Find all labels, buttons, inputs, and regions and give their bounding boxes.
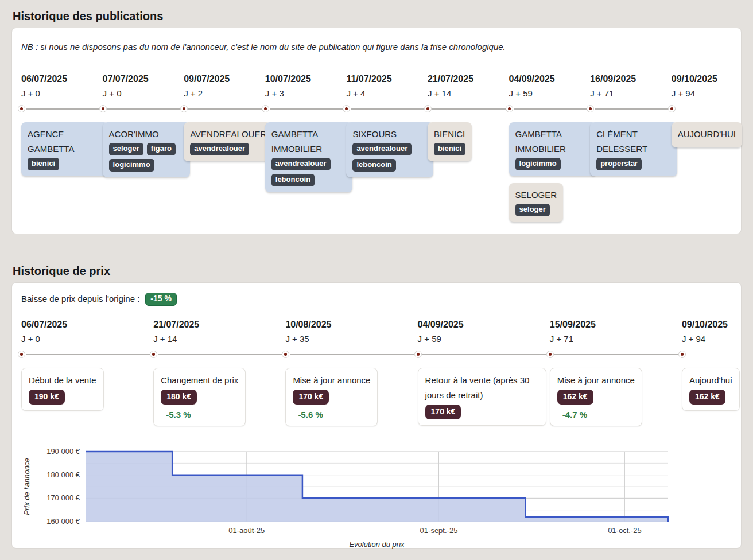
timeline-column: 06/07/2025J + 0Début de la vente190 k€ xyxy=(21,320,153,426)
site-tag: logicimmo xyxy=(515,158,561,170)
timeline-dot xyxy=(424,105,432,112)
price-event-label: Mise à jour annonce xyxy=(293,373,370,388)
price-badge: 162 k€ xyxy=(689,390,725,405)
price-badge: 180 k€ xyxy=(161,390,197,405)
publications-title: Historique des publications xyxy=(0,0,753,23)
timeline-column: 10/07/2025J + 3GAMBETTA IMMOBILIERavendr… xyxy=(265,74,347,222)
price-badge: 162 k€ xyxy=(557,390,593,405)
site-tag: logicimmo xyxy=(109,159,154,172)
site-tag-row: bienici xyxy=(28,158,102,170)
timeline-dot-row xyxy=(184,105,265,113)
publications-note: NB : si nous ne disposons pas du nom de … xyxy=(21,41,732,53)
site-tag: avendrealouer xyxy=(352,143,412,155)
publisher-name: ACOR'IMMO xyxy=(109,127,184,142)
prices-section: Historique de prix Baisse de prix depuis… xyxy=(0,234,753,549)
publication-card: SIXFOURSavendrealouerleboncoin xyxy=(346,122,433,177)
timeline-dot-row xyxy=(103,105,184,113)
timeline-dot-row xyxy=(428,105,509,113)
price-delta: -5.6 % xyxy=(298,410,370,420)
site-tag: properstar xyxy=(596,158,642,170)
timeline-dot-row xyxy=(418,351,550,359)
price-badge: 170 k€ xyxy=(293,390,329,405)
timeline-line-segment xyxy=(107,108,188,110)
y-tick-label: 160 000 € xyxy=(46,517,80,526)
timeline-column: 09/10/2025J + 94Aujourd'hui162 k€ xyxy=(682,320,739,426)
timeline-dot xyxy=(18,105,25,112)
event-day-offset: J + 0 xyxy=(103,88,184,99)
publications-section: Historique des publications NB : si nous… xyxy=(0,0,753,234)
event-date: 04/09/2025 xyxy=(418,320,550,330)
price-drop-label: Baisse de prix depuis l'origine : xyxy=(21,292,139,306)
timeline-line-segment xyxy=(595,108,676,110)
timeline-column: 15/09/2025J + 71Mise à jour annonce162 k… xyxy=(550,320,682,426)
price-delta: -4.7 % xyxy=(562,410,635,420)
publisher-name: BIENICI xyxy=(434,127,465,142)
timeline-dot xyxy=(262,105,269,112)
site-tag-row: seloger xyxy=(515,204,557,216)
timeline-dot-row xyxy=(285,351,417,359)
timeline-line-segment xyxy=(290,354,421,355)
site-tag: seloger xyxy=(515,204,550,216)
publications-panel: NB : si nous ne disposons pas du nom de … xyxy=(11,28,742,234)
publication-cards: GAMBETTA IMMOBILIERavendrealouerleboncoi… xyxy=(265,122,347,192)
event-date: 10/07/2025 xyxy=(265,74,347,84)
event-day-offset: J + 94 xyxy=(672,88,735,99)
site-tag: avendrealouer xyxy=(271,158,331,170)
timeline-column: 10/08/2025J + 35Mise à jour annonce170 k… xyxy=(285,320,417,426)
timeline-column: 21/07/2025J + 14BIENICIbienici xyxy=(428,74,509,222)
timeline-column: 09/10/2025J + 94AUJOURD'HUI xyxy=(672,74,735,222)
site-tag-row: logicimmo xyxy=(515,158,590,170)
price-event-card: Mise à jour annonce162 k€-4.7 % xyxy=(550,368,642,426)
timeline-column: 09/07/2025J + 2AVENDREALOUERavendrealoue… xyxy=(184,74,265,222)
publication-cards: AUJOURD'HUI xyxy=(672,122,735,147)
publications-timeline: 06/07/2025J + 0AGENCE GAMBETTAbienici07/… xyxy=(21,74,732,222)
price-event-card: Aujourd'hui162 k€ xyxy=(682,368,740,411)
timeline-dot-row xyxy=(265,105,347,113)
x-axis-label: Evolution du prix xyxy=(349,540,405,549)
timeline-dot xyxy=(282,351,289,358)
prices-panel: Baisse de prix depuis l'origine : -15 % … xyxy=(11,282,742,549)
y-axis-label: Prix de l'annonce xyxy=(22,458,31,515)
timeline-line-segment xyxy=(26,354,157,355)
y-tick-label: 170 000 € xyxy=(46,493,80,502)
site-tag: leboncoin xyxy=(271,174,315,186)
timeline-column: 11/07/2025J + 4SIXFOURSavendrealouerlebo… xyxy=(346,74,428,222)
publication-card: AGENCE GAMBETTAbienici xyxy=(21,122,108,176)
prices-timeline: 06/07/2025J + 0Début de la vente190 k€21… xyxy=(21,320,732,426)
site-tag: bienici xyxy=(28,158,59,170)
event-date: 09/07/2025 xyxy=(184,74,265,84)
event-day-offset: J + 14 xyxy=(428,88,509,99)
publisher-name: AGENCE GAMBETTA xyxy=(28,127,102,157)
event-date: 09/10/2025 xyxy=(672,74,735,84)
site-tag: leboncoin xyxy=(352,159,395,172)
timeline-column: 07/07/2025J + 0ACOR'IMMOselogerfigarolog… xyxy=(103,74,184,222)
prices-title: Historique de prix xyxy=(0,234,753,278)
event-day-offset: J + 2 xyxy=(184,88,265,99)
publication-card: GAMBETTA IMMOBILIERlogicimmo xyxy=(509,122,596,176)
site-tag: bienici xyxy=(434,143,465,155)
timeline-dot-row xyxy=(153,351,285,359)
event-date: 10/08/2025 xyxy=(285,320,417,330)
timeline-dot-row xyxy=(550,351,682,359)
event-day-offset: J + 0 xyxy=(21,88,103,99)
timeline-dot xyxy=(18,351,25,358)
timeline-dot-row xyxy=(21,351,153,359)
price-event-cards: Début de la vente190 k€ xyxy=(21,368,153,411)
timeline-dot xyxy=(150,351,157,358)
timeline-dot-row xyxy=(590,105,672,113)
price-chart: 190 000 €180 000 €170 000 €160 000 €01-a… xyxy=(21,444,733,550)
price-event-label: Mise à jour annonce xyxy=(557,373,635,388)
timeline-column: 04/09/2025J + 59Retour à la vente (après… xyxy=(418,320,550,426)
site-tag-row: bienici xyxy=(434,143,465,155)
timeline-dot xyxy=(343,105,350,112)
event-day-offset: J + 14 xyxy=(153,334,285,344)
timeline-line-segment xyxy=(351,108,432,110)
timeline-line-segment xyxy=(26,108,107,110)
site-tag-row: avendrealouerleboncoin xyxy=(352,143,427,172)
timeline-dot xyxy=(506,105,513,112)
publication-card: AUJOURD'HUI xyxy=(672,122,742,147)
x-tick-label: 01-oct.-25 xyxy=(608,526,642,535)
publication-cards: AGENCE GAMBETTAbienici xyxy=(21,122,103,176)
publication-card: BIENICIbienici xyxy=(428,122,472,161)
timeline-dot xyxy=(678,351,686,358)
